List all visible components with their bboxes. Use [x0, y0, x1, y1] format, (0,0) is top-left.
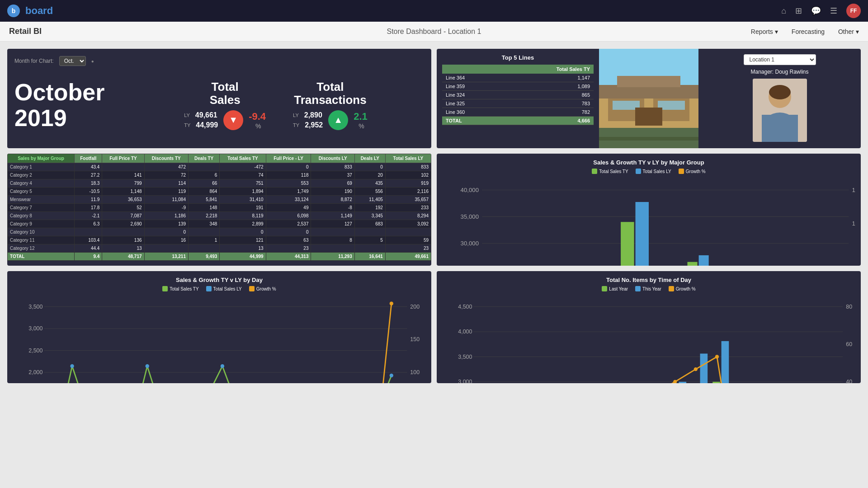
cell-r3-c6: 1,749	[266, 188, 311, 196]
svg-text:150: 150	[410, 336, 420, 343]
col-header-fp-ty: Full Price TY	[102, 154, 144, 163]
cell-r10-c3	[144, 244, 188, 253]
items-time-chart: 4,500 4,000 3,500 3,000 2,500 2,000 1,50…	[442, 294, 855, 383]
cell-r3-c9: 2,116	[385, 188, 431, 196]
trans-ty-value: 2,952	[305, 121, 323, 129]
chat-icon[interactable]: 💬	[811, 6, 821, 16]
cell-r3-c3: 119	[144, 188, 188, 196]
svg-text:30,000: 30,000	[461, 240, 479, 247]
bar-mens-ly	[636, 202, 649, 266]
day-legend-green	[162, 286, 168, 291]
top5-col-header: Total Sales TY	[501, 65, 594, 74]
dot-g-19	[390, 302, 393, 305]
cell-r8-c8	[354, 228, 385, 236]
location-select[interactable]: Location 1 Location 2	[744, 54, 816, 65]
total-sales-metric: TotalSales LY 49,661 TY 44,999	[184, 80, 266, 130]
cell-r2-c5: 751	[220, 179, 266, 188]
cell-r1-c0: Category 2	[8, 171, 75, 179]
legend-growth: Growth %	[679, 169, 706, 174]
manager-photo	[753, 79, 807, 142]
cell-r10-c0: Category 12	[8, 244, 75, 253]
day-legend-ly: Total Sales LY	[206, 286, 242, 291]
svg-rect-8	[617, 76, 680, 87]
cell-r5-c4: 148	[189, 204, 220, 212]
dot-ty-2	[70, 364, 74, 368]
items-dot-12	[715, 355, 719, 358]
legend-green-dot	[592, 169, 597, 174]
bar-mens-ty	[621, 222, 634, 266]
sales-ty-value: 44,999	[196, 121, 218, 129]
top5-table: Total Sales TY Line 3641,147 Line 3591,0…	[442, 65, 594, 125]
col-header-disc-ly: Discounts LY	[311, 154, 354, 163]
cell-r0-c4	[189, 163, 220, 171]
forecasting-link[interactable]: Forecasting	[792, 28, 825, 35]
items-legend-orange	[669, 286, 674, 291]
top-navigation: b board ⌂ ⊞ 💬 ☰ FF	[0, 0, 868, 22]
cell-r1-c3: 72	[144, 171, 188, 179]
month-indicator: ●	[91, 59, 94, 64]
day-legend-orange	[249, 286, 255, 291]
menu-icon[interactable]: ☰	[830, 6, 837, 16]
cell-r9-c7: 8	[311, 236, 354, 244]
svg-rect-7	[635, 108, 662, 126]
grid-icon[interactable]: ⊞	[795, 6, 802, 16]
reports-arrow-icon: ▾	[775, 28, 778, 35]
cell-r10-c7	[311, 244, 354, 253]
cell-r2-c4: 66	[189, 179, 220, 188]
cell-r0-c6: 0	[266, 163, 311, 171]
legend-total-ly: Total Sales LY	[636, 169, 671, 174]
reports-link[interactable]: Reports ▾	[751, 28, 778, 35]
day-legend-growth: Growth %	[249, 286, 276, 291]
cell-r7-c1: 6.3	[75, 220, 102, 228]
home-icon[interactable]: ⌂	[781, 6, 786, 16]
total-sales-title: TotalSales	[210, 80, 241, 106]
kpi-panel: Month for Chart: Oct. Nov. Dec. ● Octobe…	[7, 49, 431, 148]
sales-ly-label: LY	[184, 113, 190, 118]
cell-r1-c8: 20	[354, 171, 385, 179]
cell-r4-c3: 11,084	[144, 196, 188, 204]
cell-r2-c0: Category 4	[8, 179, 75, 188]
cell-r11-c9: 49,661	[385, 253, 431, 261]
items-dot-11	[694, 367, 698, 371]
top5-row-5: Line 360782	[442, 108, 594, 117]
other-link[interactable]: Other ▾	[838, 28, 859, 35]
cell-r3-c4: 864	[189, 188, 220, 196]
cell-r8-c7	[311, 228, 354, 236]
month-label: Month for Chart:	[14, 58, 54, 64]
cell-r9-c6: 63	[266, 236, 311, 244]
user-avatar[interactable]: FF	[846, 4, 861, 18]
sales-ly-value: 49,661	[195, 111, 217, 119]
month-select[interactable]: Oct. Nov. Dec.	[59, 56, 86, 66]
cell-r3-c5: 1,894	[220, 188, 266, 196]
top5-col-empty	[442, 65, 501, 74]
svg-text:200: 200	[410, 304, 420, 310]
col-header-total-ty: Total Sales TY	[220, 154, 266, 163]
svg-text:4,500: 4,500	[458, 304, 472, 310]
cell-r9-c9: 59	[385, 236, 431, 244]
items-legend-ly: Last Year	[602, 286, 628, 291]
items-legend-blue	[635, 286, 641, 291]
cell-r8-c3: 0	[144, 228, 188, 236]
cell-r4-c5: 31,410	[220, 196, 266, 204]
col-header-group: Sales by Major Group	[8, 154, 75, 163]
cell-r2-c3: 114	[144, 179, 188, 188]
svg-text:100: 100	[410, 369, 420, 375]
growth-major-panel: Sales & Growth TY v LY by Major Group To…	[437, 154, 861, 266]
nav-links: Reports ▾ Forecasting Other ▾	[751, 28, 859, 35]
cell-r10-c8	[354, 244, 385, 253]
svg-text:80: 80	[846, 304, 852, 310]
cell-r0-c9: 833	[385, 163, 431, 171]
cell-r11-c8: 16,641	[354, 253, 385, 261]
svg-text:40,000: 40,000	[461, 187, 479, 193]
cell-r4-c6: 33,124	[266, 196, 311, 204]
cell-r0-c2	[102, 163, 144, 171]
items-legend-growth: Growth %	[669, 286, 696, 291]
logo-icon[interactable]: b	[7, 5, 20, 17]
col-header-footfall: Footfall	[75, 154, 102, 163]
cell-r4-c9: 35,657	[385, 196, 431, 204]
sales-pct: %	[255, 122, 261, 130]
svg-rect-14	[762, 115, 798, 142]
cell-r0-c3: 472	[144, 163, 188, 171]
cell-r7-c0: Category 9	[8, 220, 75, 228]
cell-r2-c7: 69	[311, 179, 354, 188]
